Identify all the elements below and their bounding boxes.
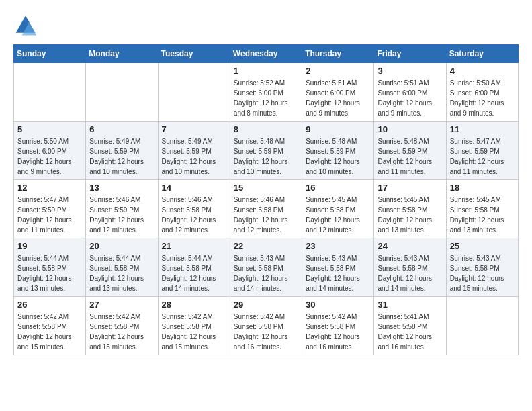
day-cell: 3Sunrise: 5:51 AM Sunset: 6:00 PM Daylig… bbox=[374, 63, 446, 122]
day-cell: 10Sunrise: 5:48 AM Sunset: 5:59 PM Dayli… bbox=[374, 122, 446, 180]
day-cell: 8Sunrise: 5:48 AM Sunset: 5:59 PM Daylig… bbox=[230, 122, 302, 180]
day-header-saturday: Saturday bbox=[446, 45, 518, 63]
day-cell bbox=[86, 63, 158, 122]
day-number: 7 bbox=[162, 124, 226, 134]
day-info: Sunrise: 5:47 AM Sunset: 5:59 PM Dayligh… bbox=[17, 195, 82, 235]
day-cell: 9Sunrise: 5:48 AM Sunset: 5:59 PM Daylig… bbox=[302, 122, 374, 180]
day-cell: 26Sunrise: 5:42 AM Sunset: 5:58 PM Dayli… bbox=[14, 297, 86, 355]
day-cell: 2Sunrise: 5:51 AM Sunset: 6:00 PM Daylig… bbox=[302, 63, 374, 122]
day-number: 28 bbox=[162, 300, 226, 310]
day-cell: 6Sunrise: 5:49 AM Sunset: 5:59 PM Daylig… bbox=[86, 122, 158, 180]
day-number: 15 bbox=[234, 183, 298, 193]
logo-icon bbox=[13, 13, 38, 38]
day-info: Sunrise: 5:42 AM Sunset: 5:58 PM Dayligh… bbox=[17, 312, 82, 352]
day-info: Sunrise: 5:45 AM Sunset: 5:58 PM Dayligh… bbox=[378, 195, 442, 235]
day-info: Sunrise: 5:52 AM Sunset: 6:00 PM Dayligh… bbox=[234, 78, 298, 118]
day-cell: 21Sunrise: 5:44 AM Sunset: 5:58 PM Dayli… bbox=[158, 238, 230, 297]
day-cell: 20Sunrise: 5:44 AM Sunset: 5:58 PM Dayli… bbox=[86, 238, 158, 297]
day-info: Sunrise: 5:44 AM Sunset: 5:58 PM Dayligh… bbox=[89, 253, 154, 293]
day-info: Sunrise: 5:50 AM Sunset: 6:00 PM Dayligh… bbox=[17, 136, 82, 177]
day-number: 3 bbox=[378, 66, 442, 76]
day-number: 23 bbox=[306, 241, 370, 251]
day-number: 13 bbox=[89, 183, 154, 193]
week-row-4: 19Sunrise: 5:44 AM Sunset: 5:58 PM Dayli… bbox=[14, 238, 519, 297]
day-cell: 25Sunrise: 5:43 AM Sunset: 5:58 PM Dayli… bbox=[446, 238, 518, 297]
day-cell: 16Sunrise: 5:45 AM Sunset: 5:58 PM Dayli… bbox=[302, 180, 374, 238]
day-cell: 11Sunrise: 5:47 AM Sunset: 5:59 PM Dayli… bbox=[446, 122, 518, 180]
day-number: 1 bbox=[234, 66, 298, 76]
calendar: SundayMondayTuesdayWednesdayThursdayFrid… bbox=[13, 44, 519, 355]
day-header-monday: Monday bbox=[86, 45, 158, 63]
day-number: 6 bbox=[89, 124, 154, 134]
day-cell: 19Sunrise: 5:44 AM Sunset: 5:58 PM Dayli… bbox=[14, 238, 86, 297]
page: SundayMondayTuesdayWednesdayThursdayFrid… bbox=[0, 0, 532, 362]
day-number: 11 bbox=[450, 124, 515, 134]
day-cell: 4Sunrise: 5:50 AM Sunset: 6:00 PM Daylig… bbox=[446, 63, 518, 122]
day-cell: 22Sunrise: 5:43 AM Sunset: 5:58 PM Dayli… bbox=[230, 238, 302, 297]
week-row-5: 26Sunrise: 5:42 AM Sunset: 5:58 PM Dayli… bbox=[14, 297, 519, 355]
day-cell: 28Sunrise: 5:42 AM Sunset: 5:58 PM Dayli… bbox=[158, 297, 230, 355]
day-number: 22 bbox=[234, 241, 298, 251]
day-number: 8 bbox=[234, 124, 298, 134]
day-info: Sunrise: 5:51 AM Sunset: 6:00 PM Dayligh… bbox=[306, 78, 370, 118]
day-cell: 29Sunrise: 5:42 AM Sunset: 5:58 PM Dayli… bbox=[230, 297, 302, 355]
day-cell: 30Sunrise: 5:42 AM Sunset: 5:58 PM Dayli… bbox=[302, 297, 374, 355]
day-cell bbox=[446, 297, 518, 355]
day-number: 16 bbox=[306, 183, 370, 193]
day-cell: 1Sunrise: 5:52 AM Sunset: 6:00 PM Daylig… bbox=[230, 63, 302, 122]
day-info: Sunrise: 5:47 AM Sunset: 5:59 PM Dayligh… bbox=[450, 136, 515, 177]
day-info: Sunrise: 5:42 AM Sunset: 5:58 PM Dayligh… bbox=[162, 312, 226, 352]
day-number: 27 bbox=[89, 300, 154, 310]
day-header-sunday: Sunday bbox=[14, 45, 86, 63]
day-number: 9 bbox=[306, 124, 370, 134]
logo bbox=[13, 13, 39, 38]
day-number: 31 bbox=[378, 300, 442, 310]
day-number: 25 bbox=[450, 241, 515, 251]
day-number: 19 bbox=[17, 241, 82, 251]
day-info: Sunrise: 5:42 AM Sunset: 5:58 PM Dayligh… bbox=[306, 312, 370, 352]
day-info: Sunrise: 5:42 AM Sunset: 5:58 PM Dayligh… bbox=[234, 312, 298, 352]
day-cell: 12Sunrise: 5:47 AM Sunset: 5:59 PM Dayli… bbox=[14, 180, 86, 238]
day-cell: 24Sunrise: 5:43 AM Sunset: 5:58 PM Dayli… bbox=[374, 238, 446, 297]
day-info: Sunrise: 5:46 AM Sunset: 5:59 PM Dayligh… bbox=[89, 195, 154, 235]
day-info: Sunrise: 5:51 AM Sunset: 6:00 PM Dayligh… bbox=[378, 78, 442, 118]
day-number: 18 bbox=[450, 183, 515, 193]
header bbox=[13, 13, 519, 38]
day-cell: 7Sunrise: 5:49 AM Sunset: 5:59 PM Daylig… bbox=[158, 122, 230, 180]
day-info: Sunrise: 5:49 AM Sunset: 5:59 PM Dayligh… bbox=[89, 136, 154, 177]
day-info: Sunrise: 5:49 AM Sunset: 5:59 PM Dayligh… bbox=[162, 136, 226, 177]
day-info: Sunrise: 5:45 AM Sunset: 5:58 PM Dayligh… bbox=[450, 195, 515, 235]
day-info: Sunrise: 5:46 AM Sunset: 5:58 PM Dayligh… bbox=[234, 195, 298, 235]
day-number: 24 bbox=[378, 241, 442, 251]
day-header-thursday: Thursday bbox=[302, 45, 374, 63]
day-info: Sunrise: 5:43 AM Sunset: 5:58 PM Dayligh… bbox=[234, 253, 298, 293]
day-number: 30 bbox=[306, 300, 370, 310]
day-info: Sunrise: 5:43 AM Sunset: 5:58 PM Dayligh… bbox=[450, 253, 515, 293]
day-cell: 15Sunrise: 5:46 AM Sunset: 5:58 PM Dayli… bbox=[230, 180, 302, 238]
week-row-3: 12Sunrise: 5:47 AM Sunset: 5:59 PM Dayli… bbox=[14, 180, 519, 238]
day-header-wednesday: Wednesday bbox=[230, 45, 302, 63]
day-number: 20 bbox=[89, 241, 154, 251]
day-number: 5 bbox=[17, 124, 82, 134]
day-info: Sunrise: 5:44 AM Sunset: 5:58 PM Dayligh… bbox=[17, 253, 82, 293]
week-row-2: 5Sunrise: 5:50 AM Sunset: 6:00 PM Daylig… bbox=[14, 122, 519, 180]
calendar-header-row: SundayMondayTuesdayWednesdayThursdayFrid… bbox=[14, 45, 519, 63]
day-number: 4 bbox=[450, 66, 515, 76]
day-cell: 17Sunrise: 5:45 AM Sunset: 5:58 PM Dayli… bbox=[374, 180, 446, 238]
day-info: Sunrise: 5:45 AM Sunset: 5:58 PM Dayligh… bbox=[306, 195, 370, 235]
day-info: Sunrise: 5:48 AM Sunset: 5:59 PM Dayligh… bbox=[234, 136, 298, 177]
day-cell: 13Sunrise: 5:46 AM Sunset: 5:59 PM Dayli… bbox=[86, 180, 158, 238]
day-number: 14 bbox=[162, 183, 226, 193]
day-info: Sunrise: 5:48 AM Sunset: 5:59 PM Dayligh… bbox=[378, 136, 442, 177]
day-cell bbox=[14, 63, 86, 122]
day-info: Sunrise: 5:43 AM Sunset: 5:58 PM Dayligh… bbox=[306, 253, 370, 293]
day-info: Sunrise: 5:41 AM Sunset: 5:58 PM Dayligh… bbox=[378, 312, 442, 352]
day-info: Sunrise: 5:43 AM Sunset: 5:58 PM Dayligh… bbox=[378, 253, 442, 293]
day-number: 29 bbox=[234, 300, 298, 310]
day-cell: 14Sunrise: 5:46 AM Sunset: 5:58 PM Dayli… bbox=[158, 180, 230, 238]
day-cell: 5Sunrise: 5:50 AM Sunset: 6:00 PM Daylig… bbox=[14, 122, 86, 180]
day-number: 17 bbox=[378, 183, 442, 193]
day-info: Sunrise: 5:44 AM Sunset: 5:58 PM Dayligh… bbox=[162, 253, 226, 293]
day-number: 12 bbox=[17, 183, 82, 193]
day-info: Sunrise: 5:46 AM Sunset: 5:58 PM Dayligh… bbox=[162, 195, 226, 235]
